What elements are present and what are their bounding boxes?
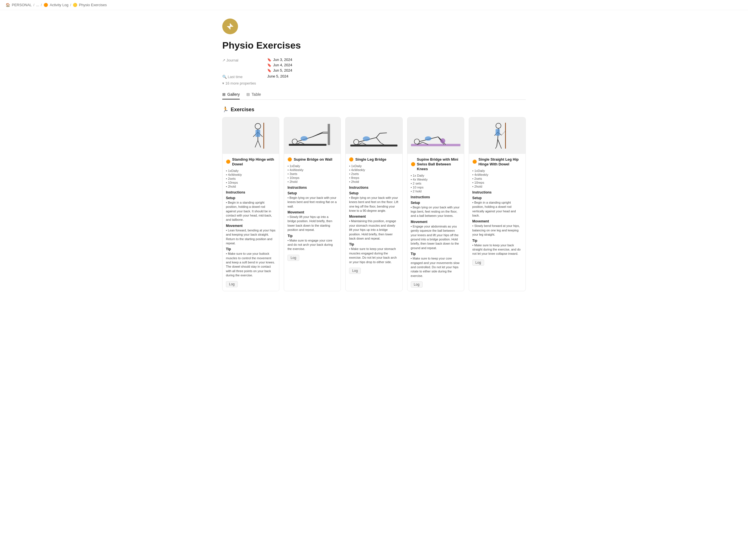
svg-rect-33 [407,119,464,152]
instructions-label-2: Instructions [349,186,399,190]
chevron-down-icon: ▾ [222,81,224,86]
breadcrumb-ellipsis[interactable]: ... [36,3,39,7]
card-body-1: 🟠 Supine Bridge on Wall • 1xDaily • 4xWe… [284,154,341,264]
svg-rect-56 [496,129,500,136]
movement-text-1: • Slowly lift your hips up into a bridge… [287,215,337,232]
card-title-text-2: Single Leg Bridge [355,157,387,162]
card-meta-item-4-3: • 10reps [472,181,522,184]
exercises-section-title: Exercises [231,107,254,113]
card-meta-item-3-0: • 1x Daily [411,174,461,177]
svg-point-41 [440,139,445,143]
card-meta-item-1-4: • 2hold [287,180,337,184]
gallery-tab-label: Gallery [227,92,240,97]
card-meta-item-3-3: • 10 reps [411,186,461,189]
card-meta-item-3-1: • 4x Weekly [411,178,461,181]
setup-label-0: Setup [226,196,276,200]
exercise-image-1 [284,117,341,154]
card-meta-item-1-1: • 4xWeekly [287,168,337,172]
exercises-gallery: 🟠 Standing Hip Hinge with Dowel • 1xDail… [222,117,526,291]
card-meta-item-2-0: • 1xDaily [349,164,399,168]
more-properties-toggle[interactable]: ▾ 16 more properties [222,81,526,86]
card-meta-item-4-2: • 2sets [472,177,522,180]
property-lasttime: 🔍 Last time June 5, 2024 [222,74,526,79]
tip-label-4: Tip [472,239,522,243]
log-button-1[interactable]: Log [287,255,299,261]
tab-gallery[interactable]: ⊞ Gallery [222,92,240,99]
setup-text-3: • Begin lying on your back with your leg… [411,205,461,218]
movement-label-3: Movement [411,220,461,224]
instructions-label-3: Instructions [411,195,461,199]
setup-text-4: • Begin in a standing upright position, … [472,200,522,218]
main-content: Physio Exercises ↗ Journal 🔖 Jun 3, 2024… [205,10,543,300]
exercise-card-1[interactable]: 🟠 Supine Bridge on Wall • 1xDaily • 4xWe… [284,117,341,291]
breadcrumb-personal-icon: 🏠 [6,3,10,7]
bookmark-icon-1: 🔖 [267,58,272,62]
movement-text-4: • Slowly bend forward at your hips, bala… [472,224,522,237]
exercise-card-3[interactable]: 🟠 Supine Bridge with Mini Swiss Ball Bet… [407,117,464,291]
tip-text-1: • Make sure to engage your core and do n… [287,239,337,251]
breadcrumb-activitylog[interactable]: Activity Log [50,3,68,7]
breadcrumb-sep-3: / [70,3,71,7]
bookmark-icon-2: 🔖 [267,63,272,67]
exercise-card-4[interactable]: 🟠 Single Straight Leg Hip Hinge With Dow… [469,117,526,291]
exercise-image-2 [346,117,402,154]
card-title-0: 🟠 Standing Hip Hinge with Dowel [226,157,276,167]
card-meta-item-2-4: • 2hold [349,180,399,184]
tab-table[interactable]: ⊟ Table [247,92,261,99]
view-tabs: ⊞ Gallery ⊟ Table [222,92,526,100]
date-value-1[interactable]: Jun 3, 2024 [273,57,292,62]
movement-text-0: • Lean forward, bending at your hips and… [226,228,276,246]
tip-text-2: • Make sure to keep your stomach muscles… [349,247,399,264]
log-button-2[interactable]: Log [349,268,361,274]
card-meta-item-1-0: • 1xDaily [287,164,337,168]
exercises-section-header: 🏃 Exercises [222,106,526,113]
setup-label-4: Setup [472,196,522,200]
card-body-0: 🟠 Standing Hip Hinge with Dowel • 1xDail… [223,154,279,291]
card-meta-0: • 1xDaily • 4xWeekly • 2sets • 10reps • … [226,169,276,188]
bookmark-icon-3: 🔖 [267,69,272,72]
svg-rect-9 [255,130,260,137]
card-meta-1: • 1xDaily • 4xWeekly • 3sets • 10reps • … [287,164,337,184]
breadcrumb-personal[interactable]: PERSONAL [12,3,32,7]
breadcrumb: 🏠 PERSONAL / ... / 🟠 Activity Log / 🟡 Ph… [0,0,748,10]
svg-rect-12 [328,124,330,145]
more-properties-label: 16 more properties [225,81,256,86]
exercises-section-icon: 🏃 [222,106,229,113]
card-title-text-1: Supine Bridge on Wall [294,157,332,162]
exercise-card-2[interactable]: 🟠 Single Leg Bridge • 1xDaily • 4xWeekly… [345,117,402,291]
instructions-label-4: Instructions [472,190,522,194]
log-button-3[interactable]: Log [411,282,423,288]
log-button-4[interactable]: Log [472,260,484,266]
movement-text-3: • Engage your abdominals as you gently s… [411,224,461,250]
tip-label-1: Tip [287,234,337,238]
card-body-4: 🟠 Single Straight Leg Hip Hinge With Dow… [469,154,525,269]
breadcrumb-activitylog-icon: 🟠 [44,3,48,7]
movement-label-4: Movement [472,219,522,223]
card-meta-item-1-3: • 10reps [287,176,337,179]
card-title-icon-4: 🟠 [472,160,477,164]
movement-label-1: Movement [287,210,337,214]
card-meta-3: • 1x Daily • 4x Weekly • 2 sets • 10 rep… [411,174,461,193]
page-logo [222,19,238,34]
date-value-3[interactable]: Jun 5, 2024 [273,68,292,72]
property-journal-label: ↗ Journal [222,57,267,62]
card-meta-item-0-2: • 2sets [226,177,276,180]
exercise-image-3 [407,117,464,154]
log-button-0[interactable]: Log [226,281,238,287]
exercise-card-0[interactable]: 🟠 Standing Hip Hinge with Dowel • 1xDail… [222,117,279,291]
breadcrumb-physio[interactable]: Physio Exercises [79,3,107,7]
movement-label-2: Movement [349,215,399,219]
svg-rect-1 [223,119,279,152]
card-title-icon-0: 🟠 [226,160,230,164]
svg-point-32 [363,137,370,141]
exercise-image-0 [223,117,279,154]
exercise-image-4 [469,117,525,154]
properties-section: ↗ Journal 🔖 Jun 3, 2024 🔖 Jun 4, 2024 🔖 … [222,57,526,86]
tip-label-3: Tip [411,252,461,256]
date-value-2[interactable]: Jun 4, 2024 [273,63,292,67]
card-title-text-0: Standing Hip Hinge with Dowel [232,157,276,167]
card-meta-4: • 1xDaily • 4xWeekly • 2sets • 10reps • … [472,169,522,188]
table-tab-label: Table [252,92,261,97]
card-meta-item-0-4: • 2hold [226,185,276,188]
setup-text-0: • Begin in a standing upright position, … [226,200,276,222]
